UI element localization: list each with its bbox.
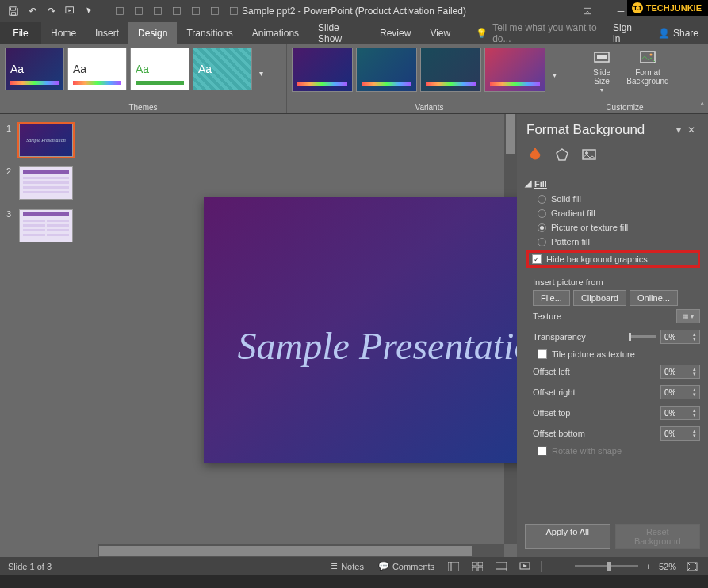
tab-design[interactable]: Design <box>128 22 177 44</box>
lightbulb-icon: 💡 <box>476 28 488 39</box>
fit-to-window-icon[interactable] <box>684 560 700 573</box>
title-bar: ↶ ↷ Sample ppt2 - PowerPoint (Product Ac… <box>0 0 708 22</box>
redo-icon[interactable]: ↷ <box>43 2 60 20</box>
variant-3[interactable] <box>420 48 481 92</box>
texture-label: Texture <box>533 311 672 321</box>
offset-bottom-spinner[interactable]: 0%▴▾ <box>660 426 700 441</box>
share-button[interactable]: 👤 Share <box>649 22 708 44</box>
offset-top-spinner[interactable]: 0%▴▾ <box>660 406 700 420</box>
picture-fill-radio[interactable]: Picture or texture fill <box>525 220 700 235</box>
offset-left-spinner[interactable]: 0%▴▾ <box>660 365 700 379</box>
horizontal-scrollbar[interactable] <box>98 544 504 557</box>
tab-home[interactable]: Home <box>41 22 86 44</box>
tab-view[interactable]: View <box>420 22 460 44</box>
start-from-beginning-icon[interactable] <box>62 2 79 20</box>
solid-fill-radio[interactable]: Solid fill <box>525 192 700 206</box>
insert-clipboard-button[interactable]: Clipboard <box>573 290 626 306</box>
variant-2[interactable] <box>356 48 417 92</box>
tab-slide-show[interactable]: Slide Show <box>308 22 370 44</box>
share-label: Share <box>673 28 698 39</box>
variant-1[interactable] <box>292 48 353 92</box>
pane-dropdown-icon[interactable]: ▾ <box>673 124 684 136</box>
format-background-button[interactable]: Format Background <box>626 48 669 94</box>
zoom-level[interactable]: 52% <box>659 562 676 571</box>
variant-4[interactable] <box>484 48 545 92</box>
transparency-slider[interactable] <box>629 335 656 338</box>
effects-tab-icon[interactable] <box>553 146 571 163</box>
zoom-slider[interactable] <box>575 565 638 567</box>
texture-dropdown[interactable]: ▦ ▾ <box>676 309 700 323</box>
tab-transitions[interactable]: Transitions <box>177 22 242 44</box>
svg-rect-16 <box>448 562 459 571</box>
hide-background-checkbox[interactable] <box>532 254 542 264</box>
offset-left-label: Offset left <box>533 367 656 376</box>
fill-tab-icon[interactable] <box>526 146 544 163</box>
qa-icon-5[interactable] <box>187 2 205 20</box>
tell-me-search[interactable]: 💡 Tell me what you want to do... <box>476 22 603 44</box>
insert-online-button[interactable]: Online... <box>630 290 678 306</box>
slide-sorter-view-icon[interactable] <box>469 560 485 573</box>
theme-option-4[interactable]: Aa <box>193 48 252 90</box>
thumbnail-slide-1[interactable]: Sample Presentation <box>19 124 73 157</box>
svg-point-12 <box>650 54 653 56</box>
qa-icon-3[interactable] <box>149 2 166 20</box>
customize-group-label: Customize <box>580 103 669 112</box>
tab-insert[interactable]: Insert <box>86 22 128 44</box>
ribbon-display-options-icon[interactable] <box>572 2 603 20</box>
collapse-ribbon-icon[interactable]: ˄ <box>700 101 705 112</box>
gradient-fill-radio[interactable]: Gradient fill <box>525 206 700 220</box>
qa-icon-6[interactable] <box>206 2 224 20</box>
slideshow-view-icon[interactable] <box>517 560 533 573</box>
thumbnail-slide-2[interactable] <box>19 166 73 200</box>
save-icon[interactable] <box>5 2 22 20</box>
theme-current[interactable]: Aa <box>5 48 64 90</box>
theme-option-2[interactable]: Aa <box>67 48 127 90</box>
svg-rect-14 <box>583 150 595 159</box>
slide-canvas-area[interactable]: Sample Presentation <box>98 114 517 544</box>
horizontal-scrollbar-thumb[interactable] <box>99 546 472 556</box>
slide-size-icon <box>592 48 611 67</box>
comments-button[interactable]: 💬Comments <box>375 561 438 571</box>
slide-title-text[interactable]: Sample Presentation <box>238 324 517 368</box>
thumbnail-slide-3[interactable] <box>19 209 73 242</box>
svg-rect-1 <box>117 8 124 15</box>
notes-button[interactable]: ≣Notes <box>327 561 367 571</box>
tab-review[interactable]: Review <box>370 22 420 44</box>
apply-to-all-button[interactable]: Apply to All <box>525 524 610 549</box>
fill-section-header[interactable]: ◢Fill <box>525 175 700 192</box>
undo-icon[interactable]: ↶ <box>24 2 41 20</box>
pane-close-icon[interactable]: ✕ <box>684 124 698 136</box>
svg-rect-7 <box>231 8 238 15</box>
insert-file-button[interactable]: File... <box>533 290 570 306</box>
hide-background-graphics-highlight: Hide background graphics <box>526 250 700 268</box>
reading-view-icon[interactable] <box>493 560 509 573</box>
current-slide[interactable]: Sample Presentation <box>204 197 517 463</box>
pointer-icon[interactable] <box>81 2 98 20</box>
svg-rect-4 <box>174 8 181 15</box>
qa-icon-1[interactable] <box>111 2 128 20</box>
tab-animations[interactable]: Animations <box>243 22 308 44</box>
qa-icon-2[interactable] <box>130 2 147 20</box>
variants-more-icon[interactable]: ▾ <box>549 48 560 92</box>
picture-tab-icon[interactable] <box>580 146 598 163</box>
tab-file[interactable]: File <box>0 22 41 44</box>
normal-view-icon[interactable] <box>446 560 461 573</box>
offset-bottom-label: Offset bottom <box>533 429 656 438</box>
slide-counter[interactable]: Slide 1 of 3 <box>8 562 52 571</box>
svg-rect-19 <box>478 562 483 566</box>
zoom-in-icon[interactable]: + <box>646 562 651 571</box>
qa-icon-7[interactable] <box>225 2 243 20</box>
theme-option-3[interactable]: Aa <box>130 48 189 90</box>
transparency-spinner[interactable]: 0%▴▾ <box>660 330 700 344</box>
pattern-fill-radio[interactable]: Pattern fill <box>525 235 700 249</box>
tile-checkbox-row[interactable]: Tile picture as texture <box>525 347 700 361</box>
sign-in-link[interactable]: Sign in <box>603 22 649 44</box>
zoom-out-icon[interactable]: − <box>561 562 566 571</box>
pane-body: ◢Fill Solid fill Gradient fill Picture o… <box>517 170 708 517</box>
offset-top-label: Offset top <box>533 408 656 418</box>
qa-icon-4[interactable] <box>168 2 186 20</box>
slide-size-button[interactable]: Slide Size ▾ <box>580 48 623 94</box>
vertical-scrollbar-thumb[interactable] <box>506 114 515 154</box>
offset-right-spinner[interactable]: 0%▴▾ <box>660 385 700 399</box>
themes-more-icon[interactable]: ▾ <box>255 48 266 90</box>
